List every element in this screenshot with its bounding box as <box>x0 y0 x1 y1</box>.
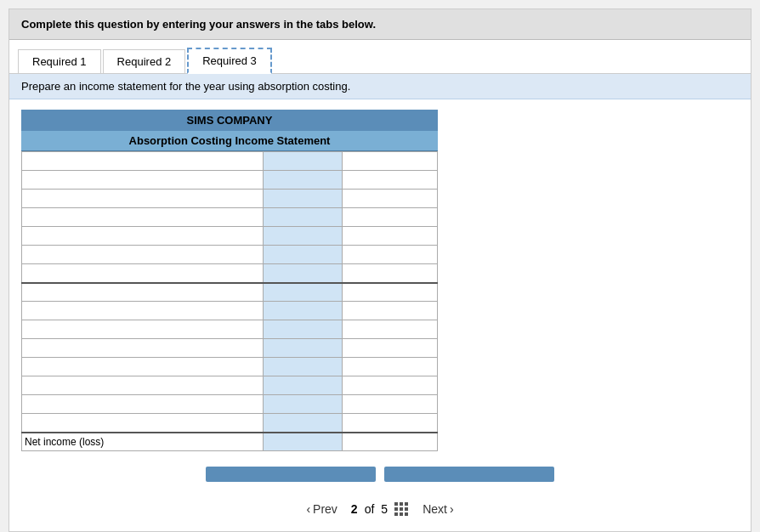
row3-mid-input[interactable] <box>266 190 339 207</box>
prev-label: Prev <box>313 502 337 516</box>
total-pages: 5 <box>381 502 388 516</box>
row14-label-input[interactable] <box>25 396 260 412</box>
row10-label-input[interactable] <box>25 321 260 337</box>
table-row <box>22 302 438 320</box>
row1-label-input[interactable] <box>25 153 260 169</box>
row12-mid-input[interactable] <box>266 359 339 375</box>
table-company-name: SIMS COMPANY <box>21 110 438 131</box>
page-container: Complete this question by entering your … <box>9 8 751 532</box>
row12-label-input[interactable] <box>25 359 260 375</box>
table-row <box>22 395 438 414</box>
row5-mid-input[interactable] <box>266 228 339 244</box>
row8-label-input[interactable] <box>25 285 260 301</box>
row7-mid-input[interactable] <box>266 265 339 281</box>
page-of: of <box>365 502 375 516</box>
prev-button[interactable]: ‹ Prev <box>299 499 343 519</box>
table-row <box>22 227 438 246</box>
net-income-right-input[interactable] <box>345 434 434 450</box>
row15-mid-input[interactable] <box>266 415 339 431</box>
instruction-text: Complete this question by entering your … <box>21 18 376 31</box>
row3-label-input[interactable] <box>25 190 260 207</box>
row15-label-input[interactable] <box>25 415 260 431</box>
table-row <box>22 376 438 395</box>
table-row <box>22 208 438 227</box>
tabs-row: Required 1 Required 2 Required 3 <box>9 40 751 74</box>
net-income-row: Net income (loss) <box>22 433 438 451</box>
table-row <box>22 339 438 358</box>
row5-label-input[interactable] <box>25 228 260 244</box>
next-chevron-icon: › <box>450 502 454 516</box>
table-row <box>22 246 438 264</box>
row4-mid-input[interactable] <box>266 209 339 225</box>
income-table-wrapper: SIMS COMPANY Absorption Costing Income S… <box>21 110 438 451</box>
table-row <box>22 152 438 171</box>
pagination-bar: ‹ Prev 2 of 5 Next › <box>9 490 751 531</box>
table-statement-title: Absorption Costing Income Statement <box>21 131 438 151</box>
table-row <box>22 190 438 208</box>
table-row <box>22 171 438 190</box>
table-row <box>22 320 438 339</box>
content-area: SIMS COMPANY Absorption Costing Income S… <box>9 99 751 461</box>
table-row <box>22 358 438 376</box>
row13-label-input[interactable] <box>25 377 260 393</box>
next-button[interactable]: Next › <box>416 499 460 519</box>
table-row <box>22 414 438 433</box>
row9-label-input[interactable] <box>25 303 260 319</box>
current-page: 2 <box>351 502 358 516</box>
row11-label-input[interactable] <box>25 340 260 356</box>
row6-label-input[interactable] <box>25 246 260 263</box>
row7-label-input[interactable] <box>25 265 260 281</box>
row14-mid-input[interactable] <box>266 396 339 412</box>
income-table: Net income (loss) <box>21 151 438 451</box>
row2-mid-input[interactable] <box>266 172 339 188</box>
row2-label-input[interactable] <box>25 172 260 188</box>
sub-instruction: Prepare an income statement for the year… <box>9 74 751 99</box>
scrollbar-left[interactable] <box>206 467 376 482</box>
net-income-label: Net income (loss) <box>25 436 104 448</box>
scrollbar-right[interactable] <box>384 467 554 482</box>
table-row <box>22 264 438 283</box>
tab-required-2[interactable]: Required 2 <box>103 49 186 74</box>
tab-required-3[interactable]: Required 3 <box>187 48 272 74</box>
scrollbar-area <box>9 461 751 490</box>
row13-mid-input[interactable] <box>266 377 339 393</box>
row9-mid-input[interactable] <box>266 303 339 319</box>
tab-required-1[interactable]: Required 1 <box>18 49 101 74</box>
grid-icon[interactable] <box>394 502 409 517</box>
prev-chevron-icon: ‹ <box>306 502 310 516</box>
row6-mid-input[interactable] <box>266 246 339 263</box>
table-row <box>22 283 438 302</box>
instruction-bar: Complete this question by entering your … <box>9 9 751 40</box>
next-label: Next <box>423 502 447 516</box>
row4-label-input[interactable] <box>25 209 260 225</box>
net-income-mid-input[interactable] <box>266 434 339 450</box>
row8-right-input[interactable] <box>345 285 434 301</box>
